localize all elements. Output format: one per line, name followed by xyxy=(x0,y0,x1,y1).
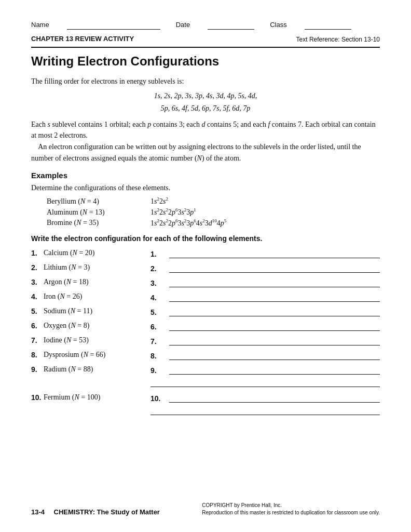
p5-num: 5. xyxy=(31,307,42,315)
p8-ans-num: 8. xyxy=(150,352,165,360)
problem-8-left: 8. Dysprosium (N = 66) xyxy=(31,351,150,359)
footer-left: 13-4 CHEMISTRY: The Study of Matter xyxy=(31,508,160,516)
date-line xyxy=(208,21,254,30)
p4-answer-line[interactable] xyxy=(169,292,380,302)
p1-label: Calcium (N = 20) xyxy=(44,249,147,257)
problem-4: 4. Iron (N = 26) 4. xyxy=(31,292,380,302)
p2-label: Lithium (N = 3) xyxy=(44,263,147,272)
problem-10: 10. Fermium (N = 100) 10. xyxy=(31,393,380,415)
p9-ans-num: 9. xyxy=(150,366,165,375)
intro-line1: The filling order for electrons in energ… xyxy=(31,76,380,87)
chapter-ref-row: CHAPTER 13 REVIEW ACTIVITY Text Referenc… xyxy=(31,35,380,44)
p9-label: Radium (N = 88) xyxy=(44,365,147,374)
bromine-label: Bromine (N = 35) xyxy=(47,219,135,227)
p9-answer-line[interactable] xyxy=(169,365,380,375)
problem-3: 3. Argon (N = 18) 3. xyxy=(31,278,380,287)
problem-5-left: 5. Sodium (N = 11) xyxy=(31,307,150,315)
p6-answer-line[interactable] xyxy=(169,322,380,331)
problem-2-left: 2. Lithium (N = 3) xyxy=(31,263,150,272)
p3-label: Argon (N = 18) xyxy=(44,278,147,286)
p6-ans-num: 6. xyxy=(150,323,165,331)
p6-label: Oxygen (N = 8) xyxy=(44,322,147,330)
problem-9-left: 9. Radium (N = 88) xyxy=(31,365,150,374)
problem-6-right: 6. xyxy=(150,322,380,331)
p5-label: Sodium (N = 11) xyxy=(44,307,147,315)
header-row: Name Date Class xyxy=(31,21,380,30)
problem-5: 5. Sodium (N = 11) 5. xyxy=(31,307,380,316)
p10-num: 10. xyxy=(31,393,42,402)
problem-7-right: 7. xyxy=(150,336,380,345)
p7-ans-num: 7. xyxy=(150,337,165,345)
problem-9: 9. Radium (N = 88) 9. xyxy=(31,365,380,387)
p10-answer-line[interactable] xyxy=(169,393,380,403)
problem-7-left: 7. Iodine (N = 53) xyxy=(31,336,150,344)
p7-label: Iodine (N = 53) xyxy=(44,336,147,344)
aluminum-label: Aluminum (N = 13) xyxy=(47,208,135,217)
class-label: Class xyxy=(270,21,287,30)
problem-7: 7. Iodine (N = 53) 7. xyxy=(31,336,380,345)
filling-order: 1s, 2s, 2p, 3s, 3p, 4s, 3d, 4p, 5s, 4d, … xyxy=(31,90,380,115)
p2-answer-line[interactable] xyxy=(169,263,380,273)
p8-label: Dysprosium (N = 66) xyxy=(44,351,147,359)
beryllium-config: 1s22s2 xyxy=(150,196,168,206)
date-label: Date xyxy=(176,21,190,30)
copyright-line: COPYRIGHT by Prentice Hall, Inc. xyxy=(202,502,380,509)
chapter-label: CHAPTER 13 REVIEW ACTIVITY xyxy=(31,35,134,43)
problem-1-right: 1. xyxy=(150,249,380,258)
beryllium-label: Beryllium (N = 4) xyxy=(47,197,135,206)
problem-10-left: 10. Fermium (N = 100) xyxy=(31,393,150,402)
name-line xyxy=(67,21,160,30)
problem-2-right: 2. xyxy=(150,263,380,273)
text-reference: Text Reference: Section 13-10 xyxy=(296,36,380,43)
p7-num: 7. xyxy=(31,336,42,344)
p6-num: 6. xyxy=(31,322,42,330)
p10-ans-num: 10. xyxy=(150,394,165,403)
example-aluminum: Aluminum (N = 13) 1s22s22p63s23p1 xyxy=(47,207,380,217)
p2-ans-num: 2. xyxy=(150,264,165,273)
p10-answer-line-extra[interactable] xyxy=(150,406,380,415)
page-id: 13-4 xyxy=(31,508,45,516)
class-line xyxy=(305,21,351,30)
problem-10-right: 10. xyxy=(150,393,380,415)
footer: 13-4 CHEMISTRY: The Study of Matter COPY… xyxy=(31,502,380,516)
p5-answer-line[interactable] xyxy=(169,307,380,316)
p1-ans-num: 1. xyxy=(150,250,165,258)
problem-1: 1. Calcium (N = 20) 1. xyxy=(31,249,380,258)
p4-num: 4. xyxy=(31,292,42,301)
filling-line2: 5p, 6s, 4f, 5d, 6p, 7s, 5f, 6d, 7p xyxy=(161,104,251,112)
examples-heading: Examples xyxy=(31,171,380,180)
p5-ans-num: 5. xyxy=(150,308,165,316)
problem-8: 8. Dysprosium (N = 66) 8. xyxy=(31,351,380,360)
reproduction-line: Reproduction of this master is restricte… xyxy=(202,509,380,516)
problems-list: 1. Calcium (N = 20) 1. 2. Lithium (N = 3… xyxy=(31,249,380,387)
problem-2: 2. Lithium (N = 3) 2. xyxy=(31,263,380,273)
problem-1-left: 1. Calcium (N = 20) xyxy=(31,249,150,257)
p4-ans-num: 4. xyxy=(150,294,165,302)
problem-3-right: 3. xyxy=(150,278,380,287)
p8-answer-line[interactable] xyxy=(169,351,380,360)
aluminum-config: 1s22s22p63s23p1 xyxy=(150,207,196,217)
example-bromine: Bromine (N = 35) 1s22s22p63s23p64s23d104… xyxy=(47,218,380,228)
p8-num: 8. xyxy=(31,351,42,359)
p2-num: 2. xyxy=(31,263,42,272)
problem-8-right: 8. xyxy=(150,351,380,360)
header-fields: Name Date Class xyxy=(31,21,351,30)
book-title: CHEMISTRY: The Study of Matter xyxy=(54,508,160,516)
p3-ans-num: 3. xyxy=(150,279,165,287)
footer-spacer xyxy=(31,417,380,480)
p9-answer-line-extra[interactable] xyxy=(150,378,380,387)
p9-num: 9. xyxy=(31,365,42,374)
problem-9-right: 9. xyxy=(150,365,380,387)
p7-answer-line[interactable] xyxy=(169,336,380,345)
p3-answer-line[interactable] xyxy=(169,278,380,287)
examples-intro: Determine the configurations of these el… xyxy=(31,184,380,192)
filling-line1: 1s, 2s, 2p, 3s, 3p, 4s, 3d, 4p, 5s, 4d, xyxy=(154,92,257,100)
p1-num: 1. xyxy=(31,249,42,257)
problem-4-right: 4. xyxy=(150,292,380,302)
page-title: Writing Electron Configurations xyxy=(31,54,380,69)
problem-6-left: 6. Oxygen (N = 8) xyxy=(31,322,150,330)
footer-right: COPYRIGHT by Prentice Hall, Inc. Reprodu… xyxy=(202,502,380,516)
problem-3-left: 3. Argon (N = 18) xyxy=(31,278,150,286)
p3-num: 3. xyxy=(31,278,42,286)
p1-answer-line[interactable] xyxy=(169,249,380,258)
